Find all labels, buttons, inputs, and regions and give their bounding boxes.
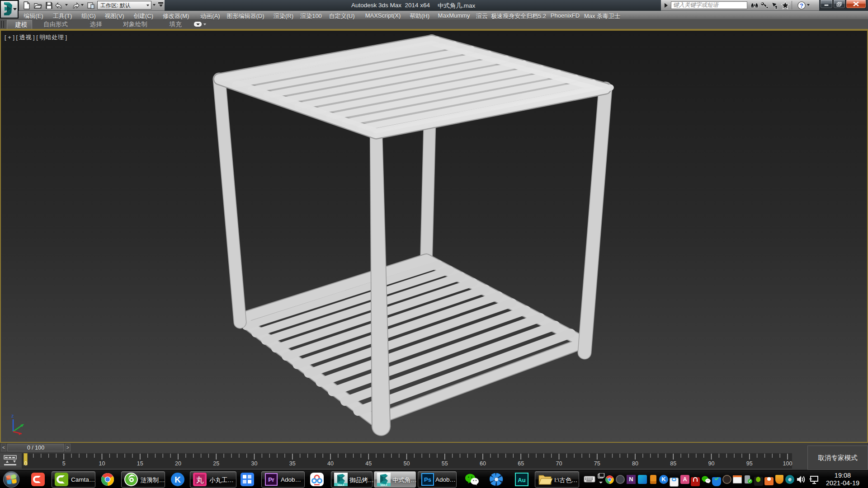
svg-text:Ps: Ps — [424, 476, 431, 483]
svg-text:45: 45 — [365, 460, 372, 467]
svg-text:40: 40 — [327, 460, 334, 467]
svg-text:5: 5 — [62, 460, 66, 467]
svg-text:75: 75 — [594, 460, 600, 467]
svg-text:20: 20 — [175, 460, 181, 467]
svg-text:丸: 丸 — [196, 476, 204, 484]
svg-text:Au: Au — [518, 477, 525, 483]
svg-text:25: 25 — [213, 460, 219, 467]
svg-text:35: 35 — [289, 460, 296, 467]
svg-text:K: K — [175, 475, 181, 484]
svg-text:95: 95 — [746, 460, 753, 467]
svg-text:100: 100 — [783, 460, 793, 467]
svg-text:50: 50 — [404, 460, 410, 467]
svg-text:10: 10 — [99, 460, 105, 467]
svg-text:90: 90 — [708, 460, 715, 467]
svg-text:?: ? — [800, 2, 803, 9]
svg-text:70: 70 — [556, 460, 562, 467]
svg-text:15: 15 — [137, 460, 143, 467]
svg-text:55: 55 — [442, 460, 448, 467]
svg-text:80: 80 — [632, 460, 638, 467]
svg-text:65: 65 — [518, 460, 524, 467]
svg-text:0: 0 — [24, 460, 28, 467]
svg-text:30: 30 — [251, 460, 258, 467]
svg-text:z: z — [11, 413, 14, 418]
svg-text:60: 60 — [480, 460, 486, 467]
svg-text:Pr: Pr — [268, 476, 274, 483]
svg-text:85: 85 — [670, 460, 676, 467]
